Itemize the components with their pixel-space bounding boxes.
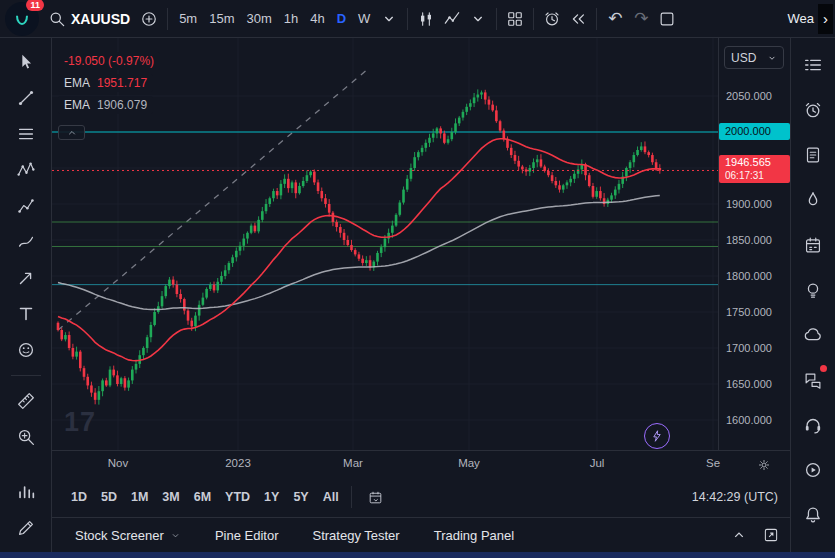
range-6m[interactable]: 6M <box>187 486 218 508</box>
time-axis[interactable]: Nov2023MarMayJulSe <box>52 450 790 477</box>
date-range-bar: 1D5D1M3M6MYTD1Y5YAll 14:42:29 (UTC) <box>52 477 790 517</box>
currency-select[interactable]: USD <box>724 46 784 69</box>
arrow-tool-button[interactable] <box>9 264 43 292</box>
indicator-row[interactable]: EMA 1906.079 <box>58 96 153 114</box>
trading-platform: 11 XAUUSD 5m15m30m1h4hDW <box>0 0 835 558</box>
panel-title-truncated: Wea <box>788 11 816 26</box>
timeframe-15m[interactable]: 15m <box>203 6 240 32</box>
chart-type-button[interactable] <box>413 5 439 33</box>
interval-dropdown-button[interactable] <box>376 5 402 33</box>
chats-button[interactable] <box>798 321 828 349</box>
fullscreen-button[interactable] <box>654 5 680 33</box>
chart-pane[interactable]: -19.050 (-0.97%) EMA 1951.717 EMA 1906.0… <box>52 38 718 450</box>
range-ytd[interactable]: YTD <box>218 486 257 508</box>
timeframe-1h[interactable]: 1h <box>278 6 304 32</box>
toolbar-divider <box>496 8 497 30</box>
range-all[interactable]: All <box>316 486 346 508</box>
range-1d[interactable]: 1D <box>64 486 94 508</box>
edge-arrow[interactable]: › <box>818 4 833 34</box>
timeframe-group: 5m15m30m1h4hDW <box>173 6 376 32</box>
object-tree-button[interactable] <box>9 478 43 506</box>
price-change-text: -19.050 (-0.97%) <box>64 54 154 68</box>
timeframe-5m[interactable]: 5m <box>173 6 203 32</box>
messages-icon <box>802 369 824 391</box>
timeframe-D[interactable]: D <box>331 6 352 32</box>
timeframe-W[interactable]: W <box>352 6 376 32</box>
watchlist-button[interactable] <box>798 51 828 79</box>
emoji-tool-button[interactable] <box>9 336 43 364</box>
alert-button[interactable] <box>539 5 565 33</box>
panel-collapse-button[interactable] <box>726 521 752 549</box>
news-button[interactable] <box>798 141 828 169</box>
undo-button[interactable]: ↶ <box>602 5 628 33</box>
price-tick: 1600.000 <box>726 412 772 428</box>
price-axis[interactable]: USD 2050.0001900.0001850.0001800.0001750… <box>718 38 790 450</box>
indicators-dropdown-button[interactable] <box>465 5 491 33</box>
hotlists-button[interactable] <box>798 186 828 214</box>
xabcd-pattern-icon <box>15 159 37 181</box>
range-1y[interactable]: 1Y <box>257 486 286 508</box>
indicator-row[interactable]: EMA 1951.717 <box>58 74 153 92</box>
notifications-button[interactable] <box>798 501 828 529</box>
clock-utc[interactable]: 14:42:29 (UTC) <box>692 490 778 504</box>
legend-collapse-button[interactable] <box>58 125 85 140</box>
cursor-tool-button[interactable] <box>9 48 43 76</box>
time-tick: 2023 <box>225 457 251 469</box>
alerts-button[interactable] <box>798 96 828 124</box>
measure-tool-button[interactable] <box>9 387 43 415</box>
timeframe-4h[interactable]: 4h <box>304 6 330 32</box>
price-tick: 1800.000 <box>726 268 772 284</box>
panel-expand-button[interactable] <box>758 521 784 549</box>
broker-logo[interactable]: 11 <box>5 2 39 36</box>
indicators-button[interactable] <box>439 5 465 33</box>
chart-settings-button[interactable] <box>753 454 775 476</box>
support-button[interactable] <box>798 411 828 439</box>
messages-button[interactable] <box>798 366 828 394</box>
edit-drawings-button[interactable] <box>9 514 43 542</box>
forecast-tool-button[interactable] <box>9 192 43 220</box>
tab-trading-panel[interactable]: Trading Panel <box>417 518 531 552</box>
chevron-down-icon <box>379 9 399 29</box>
time-tick: Se <box>706 457 720 469</box>
chevron-down-icon <box>767 53 777 63</box>
tab-pine-editor[interactable]: Pine Editor <box>198 518 296 552</box>
quick-action-button[interactable] <box>644 423 670 449</box>
tab-strategy-tester[interactable]: Strategy Tester <box>295 518 416 552</box>
bar-countdown: 06:17:31 <box>725 169 784 182</box>
compare-add-button[interactable] <box>136 5 162 33</box>
layout-grid-button[interactable] <box>502 5 528 33</box>
redo-button[interactable]: ↷ <box>628 5 654 33</box>
range-3m[interactable]: 3M <box>155 486 186 508</box>
current-price-tag: 1946.56506:17:31 <box>719 155 790 183</box>
top-toolbar: 11 XAUUSD 5m15m30m1h4hDW <box>0 0 835 38</box>
text-tool-button[interactable] <box>9 300 43 328</box>
tab-stock-screener[interactable]: Stock Screener <box>58 518 198 552</box>
range-5d[interactable]: 5D <box>94 486 124 508</box>
range-5y[interactable]: 5Y <box>286 486 315 508</box>
symbol-search-button[interactable]: XAUUSD <box>45 5 136 33</box>
range-1m[interactable]: 1M <box>124 486 155 508</box>
edit-icon <box>15 517 37 539</box>
range-group: 1D5D1M3M6MYTD1Y5YAll <box>64 486 346 508</box>
ideas-button[interactable] <box>798 276 828 304</box>
replay-button[interactable] <box>565 5 591 33</box>
streams-button[interactable] <box>798 456 828 484</box>
goto-date-button[interactable] <box>363 485 389 509</box>
ruler-icon <box>15 390 37 412</box>
trend-line-tool-button[interactable] <box>9 84 43 112</box>
price-tick: 1850.000 <box>726 232 772 248</box>
currency-label: USD <box>731 51 756 65</box>
toolbar-divider <box>596 8 597 30</box>
brush-icon <box>15 231 37 253</box>
fib-tool-button[interactable] <box>9 120 43 148</box>
trend-line-icon <box>15 87 37 109</box>
calendar-button[interactable] <box>798 231 828 259</box>
toolbar-separator <box>11 375 41 376</box>
redo-icon: ↷ <box>634 10 648 27</box>
pattern-tool-button[interactable] <box>9 156 43 184</box>
brush-tool-button[interactable] <box>9 228 43 256</box>
drawing-toolbar <box>0 38 52 552</box>
zoom-tool-button[interactable] <box>9 423 43 451</box>
timeframe-30m[interactable]: 30m <box>240 6 277 32</box>
current-price-value: 1946.565 <box>725 156 784 169</box>
